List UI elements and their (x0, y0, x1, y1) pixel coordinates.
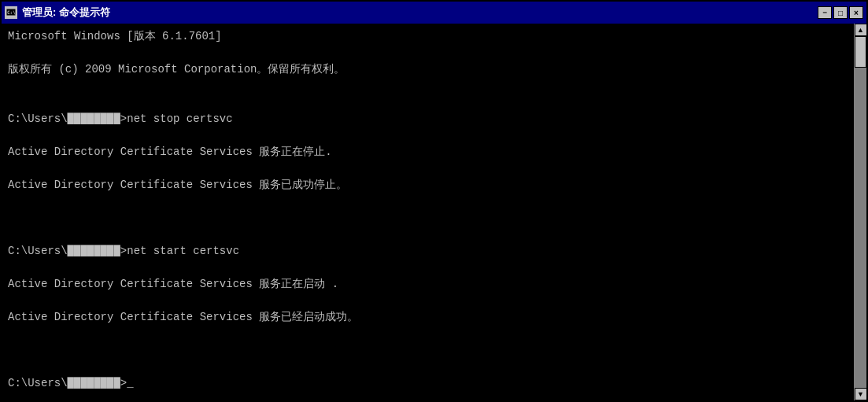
scrollbar[interactable]: ▲ ▼ (854, 24, 866, 400)
console-output[interactable]: Microsoft Windows [版本 6.1.7601] 版权所有 (c)… (2, 24, 854, 400)
window-controls: － □ × (818, 6, 863, 19)
cmd-window: C:\ 管理员: 命令提示符 － □ × Microsoft Windows [… (0, 0, 868, 402)
scroll-down-button[interactable]: ▼ (855, 388, 867, 400)
console-line: Active Directory Certificate Services 服务… (8, 177, 848, 194)
title-bar-left: C:\ 管理员: 命令提示符 (5, 6, 110, 20)
console-line: C:\Users\████████>net stop certsvc (8, 111, 848, 127)
console-line: Microsoft Windows [版本 6.1.7601] (8, 28, 848, 45)
scroll-thumb[interactable] (855, 36, 866, 68)
console-line: Active Directory Certificate Services 服务… (8, 276, 848, 293)
window-icon: C:\ (5, 6, 17, 19)
title-bar: C:\ 管理员: 命令提示符 － □ × (2, 2, 866, 24)
minimize-button[interactable]: － (818, 6, 832, 19)
console-line: C:\Users\████████>net start certsvc (8, 243, 848, 260)
console-area: Microsoft Windows [版本 6.1.7601] 版权所有 (c)… (2, 24, 866, 400)
window-title: 管理员: 命令提示符 (22, 6, 110, 20)
console-line: Active Directory Certificate Services 服务… (8, 144, 848, 160)
restore-button[interactable]: □ (833, 6, 848, 19)
console-line: Active Directory Certificate Services 服务… (8, 309, 848, 326)
close-button[interactable]: × (849, 6, 863, 19)
scroll-up-button[interactable]: ▲ (855, 24, 867, 36)
svg-text:C:\: C:\ (7, 9, 16, 15)
scroll-track[interactable] (855, 36, 866, 388)
console-line: C:\Users\████████> (8, 375, 848, 392)
console-line: 版权所有 (c) 2009 Microsoft Corporation。保留所有… (8, 61, 848, 78)
